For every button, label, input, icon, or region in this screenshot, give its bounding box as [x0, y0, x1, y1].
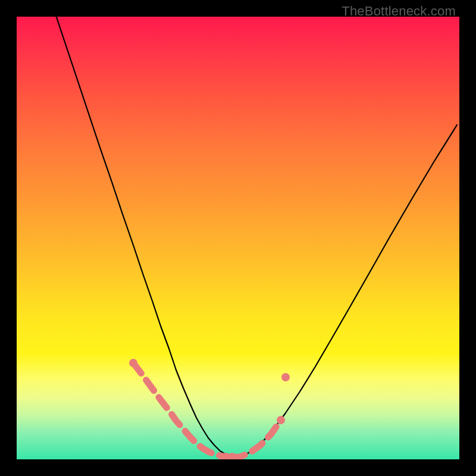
- highlight-dot-3: [277, 416, 285, 424]
- chart-svg: [17, 17, 459, 459]
- highlight-dot-4: [281, 373, 290, 381]
- chart-frame: [17, 17, 459, 459]
- watermark-text: TheBottleneck.com: [342, 4, 456, 19]
- plot-area: [17, 17, 459, 459]
- highlight-segment-1: [232, 420, 281, 457]
- highlight-dot-0: [129, 359, 137, 367]
- curve-line: [52, 17, 457, 457]
